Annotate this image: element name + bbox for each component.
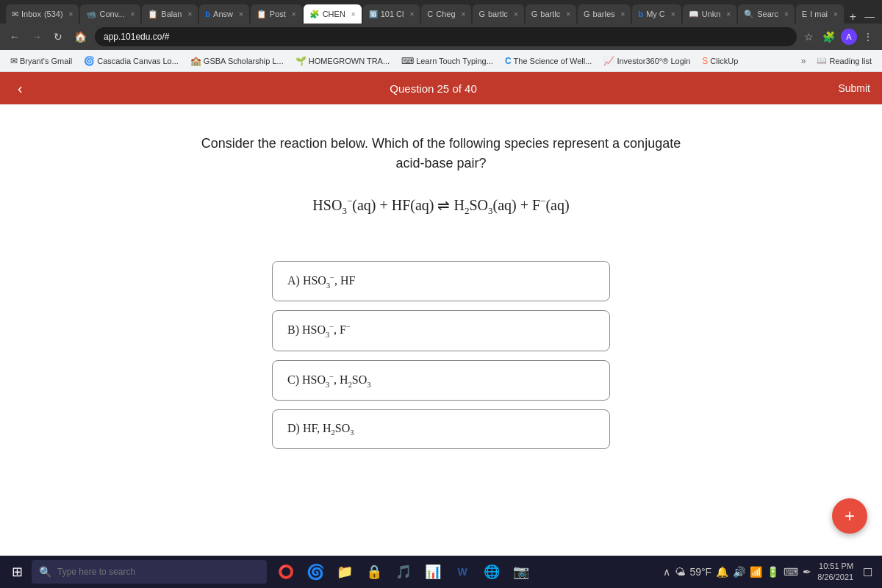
tab-sear[interactable]: 🔍 Searc × bbox=[738, 4, 795, 24]
choice-b-button[interactable]: B) HSO3−, F− bbox=[272, 310, 610, 351]
pen-icon[interactable]: ✒ bbox=[803, 566, 811, 578]
tab-close-answers[interactable]: × bbox=[239, 10, 243, 18]
tab-gmail[interactable]: ✉ Inbox (534) × bbox=[6, 4, 79, 24]
bookmark-clickup[interactable]: S ClickUp bbox=[698, 54, 742, 68]
forward-button[interactable]: → bbox=[28, 29, 46, 44]
more-options-button[interactable]: ⋮ bbox=[860, 29, 876, 44]
temperature-label: 59°F bbox=[689, 566, 711, 578]
tab-close-unkn[interactable]: × bbox=[726, 10, 731, 18]
reload-button[interactable]: ↻ bbox=[50, 29, 66, 44]
action-center-button[interactable]: □ bbox=[859, 563, 876, 581]
keyboard-icon[interactable]: ⌨ bbox=[784, 566, 798, 578]
back-question-button[interactable]: ‹ bbox=[12, 77, 29, 100]
typing-bm-icon: ⌨ bbox=[401, 56, 414, 66]
taskbar-lock-button[interactable]: 🔒 bbox=[361, 559, 387, 585]
tab-barles[interactable]: G barles × bbox=[578, 4, 631, 24]
taskbar-word-button[interactable]: W bbox=[449, 559, 476, 585]
speaker-icon[interactable]: 🔊 bbox=[733, 566, 745, 578]
reading-list-button[interactable]: 📖 Reading list bbox=[812, 54, 876, 67]
notification-area-icon[interactable]: 🔔 bbox=[716, 566, 728, 578]
new-tab-button[interactable]: + bbox=[845, 10, 861, 24]
tab-bartleby1[interactable]: G bartlc × bbox=[473, 4, 523, 24]
battery-icon[interactable]: 🔋 bbox=[767, 566, 779, 578]
tab-balance[interactable]: 📋 Balan × bbox=[142, 4, 198, 24]
tab-label: bartlc bbox=[540, 10, 560, 18]
myc-favicon: b bbox=[638, 10, 643, 18]
question-header: ‹ Question 25 of 40 Submit bbox=[0, 72, 882, 104]
bookmark-science[interactable]: C The Science of Well... bbox=[501, 54, 596, 68]
bookmark-gmail[interactable]: ✉ Bryant's Gmail bbox=[6, 54, 76, 68]
tab-close-imail[interactable]: × bbox=[833, 10, 838, 18]
bookmarks-overflow[interactable]: » bbox=[801, 56, 806, 66]
bookmark-cascadia[interactable]: 🌀 Cascadia Canvas Lo... bbox=[79, 54, 183, 68]
taskbar-search-input[interactable] bbox=[57, 567, 234, 577]
choice-c-button[interactable]: C) HSO3−, H2SO3 bbox=[272, 360, 610, 401]
back-button[interactable]: ← bbox=[6, 29, 24, 44]
submit-button[interactable]: Submit bbox=[838, 82, 870, 94]
question-line1: Consider the reaction below. Which of th… bbox=[201, 136, 681, 151]
choices-container: A) HSO3−, HF B) HSO3−, F− C) HSO3−, H2SO… bbox=[272, 261, 610, 450]
bookmark-label: The Science of Well... bbox=[514, 57, 592, 65]
tab-close-gmail[interactable]: × bbox=[69, 10, 74, 18]
tab-101[interactable]: 🔟 101 Cl × bbox=[363, 4, 420, 24]
tab-label: My C bbox=[646, 10, 665, 18]
start-button[interactable]: ⊞ bbox=[6, 561, 29, 583]
tab-myc[interactable]: b My C × bbox=[632, 4, 681, 24]
tab-answers[interactable]: b Answ × bbox=[199, 4, 248, 24]
address-input[interactable] bbox=[95, 27, 797, 46]
investor-bm-icon: 📈 bbox=[603, 56, 614, 66]
fab-button[interactable]: + bbox=[832, 498, 867, 534]
bookmark-star-button[interactable]: ☆ bbox=[801, 29, 817, 44]
tab-close-myc[interactable]: × bbox=[671, 10, 675, 18]
gmail-bm-icon: ✉ bbox=[10, 56, 18, 66]
gsba-bm-icon: 🏫 bbox=[190, 56, 201, 66]
tab-close-bartleby1[interactable]: × bbox=[514, 10, 518, 18]
tab-close-bartleby2[interactable]: × bbox=[566, 10, 570, 18]
answers-favicon: b bbox=[205, 10, 210, 18]
taskbar-spotify-button[interactable]: 🎵 bbox=[390, 559, 417, 585]
bookmark-investor360[interactable]: 📈 Investor360°® Login bbox=[599, 54, 695, 68]
tab-unkn[interactable]: 📖 Unkn × bbox=[683, 4, 737, 24]
tab-imail[interactable]: E I mai × bbox=[796, 4, 844, 24]
weather-icon: 🌤 bbox=[675, 566, 685, 578]
chevron-up-tray-icon[interactable]: ∧ bbox=[663, 566, 670, 578]
tab-close-cheg2[interactable]: × bbox=[462, 10, 466, 18]
reading-list-label: Reading list bbox=[830, 57, 872, 65]
taskbar-search-box[interactable]: 🔍 bbox=[32, 560, 267, 584]
taskbar-chrome-button[interactable]: 🌐 bbox=[478, 559, 505, 585]
taskbar-datetime[interactable]: 10:51 PM 8/26/2021 bbox=[817, 561, 853, 584]
bookmark-gsba[interactable]: 🏫 GSBA Scholarship L... bbox=[186, 54, 288, 68]
tab-chegg-active[interactable]: 🧩 CHEN × bbox=[304, 4, 362, 24]
home-button[interactable]: 🏠 bbox=[71, 29, 90, 44]
choice-d-button[interactable]: D) HF, H2SO3 bbox=[272, 409, 610, 449]
chegg-favicon: 🧩 bbox=[309, 10, 320, 19]
taskbar-cortana-button[interactable]: ⭕ bbox=[273, 559, 299, 585]
tab-close-barles[interactable]: × bbox=[621, 10, 625, 18]
tab-close-balance[interactable]: × bbox=[187, 10, 192, 18]
network-icon[interactable]: 📶 bbox=[750, 566, 762, 578]
tab-post[interactable]: 📋 Post × bbox=[251, 4, 302, 24]
tab-conv[interactable]: 📹 Conv... × bbox=[80, 4, 140, 24]
tab-close-101[interactable]: × bbox=[409, 10, 414, 18]
choice-a-button[interactable]: A) HSO3−, HF bbox=[272, 261, 610, 302]
bookmark-typing[interactable]: ⌨ Learn Touch Typing... bbox=[397, 54, 498, 68]
taskbar-office-button[interactable]: 📊 bbox=[420, 559, 446, 585]
chemical-equation: HSO3−(aq) + HF(aq) ⇌ H2SO3(aq) + F−(aq) bbox=[59, 196, 823, 217]
tab-bartleby2[interactable]: G bartlc × bbox=[526, 4, 576, 24]
taskbar-edge-button[interactable]: 🌀 bbox=[302, 559, 329, 585]
tab-cheg2[interactable]: C Cheg × bbox=[421, 4, 471, 24]
minimize-browser-button[interactable]: — bbox=[861, 9, 878, 24]
taskbar-camera-button[interactable]: 📷 bbox=[508, 559, 534, 585]
question-counter: Question 25 of 40 bbox=[390, 82, 476, 95]
tab-close-sear[interactable]: × bbox=[784, 10, 789, 18]
bartleby1-favicon: G bbox=[478, 10, 485, 18]
tab-label: Conv... bbox=[99, 10, 124, 18]
tab-close-conv[interactable]: × bbox=[130, 10, 135, 18]
tab-close-post[interactable]: × bbox=[292, 10, 296, 18]
profile-avatar-button[interactable]: A bbox=[841, 29, 857, 45]
extension-puzzle-button[interactable]: 🧩 bbox=[820, 29, 838, 44]
bookmark-homegrown[interactable]: 🌱 HOMEGROWN TRA... bbox=[291, 54, 394, 68]
tab-close-chegg[interactable]: × bbox=[351, 10, 356, 18]
tab-label: Post bbox=[270, 10, 286, 18]
taskbar-explorer-button[interactable]: 📁 bbox=[331, 559, 358, 585]
